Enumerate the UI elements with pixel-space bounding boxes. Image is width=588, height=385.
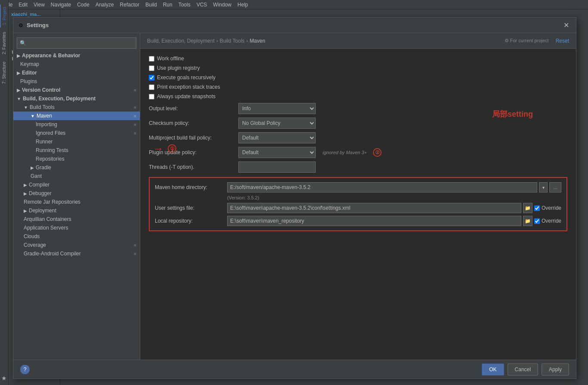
nav-gradle-android[interactable]: Gradle-Android Compiler ≡ [13,249,140,258]
nav-badge: ≡ [134,131,136,136]
menu-help[interactable]: Help [235,1,251,9]
nav-compiler[interactable]: ▶ Compiler [13,180,140,189]
always-update-label: Always update snapshots [157,93,215,99]
maven-version-text: (Version: 3.5.2) [227,195,561,200]
nav-coverage[interactable]: Coverage ≡ [13,241,140,249]
nav-keymap[interactable]: Keymap [13,60,140,68]
favorites-star[interactable]: ★ [1,375,7,385]
dialog-icon: ⚙ [18,22,23,28]
user-settings-label: User settings file: [155,205,224,211]
nav-maven[interactable]: ▼ Maven ≡ [13,112,140,120]
maven-home-browse[interactable]: ... [549,182,561,192]
output-level-label: Output level: [149,106,235,112]
checksum-policy-select[interactable]: No Global Policy Strict Lax [238,118,316,129]
local-repo-override-checkbox[interactable] [534,218,540,224]
user-settings-input-wrapper: 📁 Override [227,203,561,213]
nav-clouds[interactable]: Clouds [13,232,140,241]
local-repo-browse[interactable]: 📁 [523,216,533,226]
form-multiproject-policy: Multiproject build fail policy: Default … [149,132,567,143]
menu-build[interactable]: Build [143,1,160,9]
nav-vcs[interactable]: ▶ Version Control ≡ [13,86,140,94]
menu-tools[interactable]: Tools [176,1,193,9]
maven-config-section: Maven home directory: ▾ ... (Version: 3.… [149,177,567,231]
menu-code[interactable]: Code [74,1,92,9]
nav-build-exec[interactable]: ▼ Build, Execution, Deployment [13,94,140,103]
nav-gradle[interactable]: ▶ Gradle [13,163,140,172]
menu-bar: File Edit View Navigate Code Analyze Ref… [0,0,588,9]
help-button[interactable]: ? [20,365,30,374]
execute-goals-label: Execute goals recursively [157,75,215,81]
menu-analyze[interactable]: Analyze [93,1,117,9]
work-offline-checkbox[interactable] [149,56,154,62]
nav-build-tools[interactable]: ▼ Build Tools ≡ [13,103,140,112]
search-input[interactable] [20,40,133,46]
vtab-favorites[interactable]: 2: Favorites [0,29,8,57]
apply-button[interactable]: Apply [542,363,569,376]
menu-run[interactable]: Run [160,1,175,9]
checkbox-use-plugin-registry: Use plugin registry [149,65,567,71]
nav-deployment[interactable]: ▶ Deployment [13,206,140,215]
menu-window[interactable]: Window [210,1,234,9]
nav-badge: ≡ [134,251,136,256]
arrow-icon: ▶ [24,183,27,187]
main-area: 1: Project 2: Favorites 7: Structure ★ x… [0,9,588,385]
maven-home-row: Maven home directory: ▾ ... [155,182,561,192]
menu-edit[interactable]: Edit [16,1,30,9]
dialog-footer: ? OK Cancel Apply [13,360,576,379]
nav-gant[interactable]: Gant [13,172,140,180]
print-exception-checkbox[interactable] [149,84,154,90]
nav-ignored-files[interactable]: Ignored Files ≡ [13,129,140,137]
multiproject-policy-select[interactable]: Default Never At End At Failure Fail Fas… [238,132,316,143]
arrow-icon: ▼ [24,105,28,110]
search-box[interactable] [17,37,136,49]
breadcrumb-part-3: Maven [250,38,265,44]
threads-input[interactable] [238,161,316,173]
cn-annotation: 局部setting [492,109,533,119]
user-settings-override-checkbox[interactable] [534,205,540,211]
plugin-update-note: ignored by Maven 3+ [323,150,367,155]
user-settings-browse[interactable]: 📁 [523,203,533,213]
circle-1-annotation: ① [168,144,176,153]
user-settings-input[interactable] [227,203,521,213]
nav-debugger[interactable]: ▶ Debugger [13,189,140,198]
nav-runner[interactable]: Runner [13,137,140,146]
local-repo-input[interactable] [227,216,521,226]
local-repo-input-wrapper: 📁 Override [227,216,561,226]
nav-arquillian[interactable]: Arquillian Containers [13,215,140,224]
always-update-checkbox[interactable] [149,94,154,99]
menu-navigate[interactable]: Navigate [48,1,74,9]
menu-refactor[interactable]: Refactor [117,1,142,9]
reset-link[interactable]: Reset [556,38,569,44]
plugin-update-select[interactable]: Default Never Always Daily [238,147,316,158]
arrow-icon: ▶ [24,208,27,213]
output-level-select[interactable]: Info Debug Warning Error [238,103,316,114]
dialog-close-button[interactable]: ✕ [562,21,571,29]
form-plugin-update-policy: Plugin update policy: Default Never Alwa… [149,147,567,158]
nav-repositories[interactable]: Repositories [13,155,140,163]
nav-appearance[interactable]: ▶ Appearance & Behavior [13,51,140,60]
arrow-annotation-1: → ① [153,143,176,155]
nav-plugins[interactable]: Plugins [13,77,140,86]
menu-vcs[interactable]: VCS [194,1,210,9]
content-panel: Build, Execution, Deployment › Build Too… [140,33,576,360]
nav-remote-jar[interactable]: Remote Jar Repositories [13,198,140,206]
user-settings-override-label: Override [542,205,561,211]
print-exception-label: Print exception stack traces [157,84,220,90]
dialog-titlebar: ⚙ Settings ✕ [13,18,576,33]
local-repo-override: Override [534,218,561,224]
execute-goals-checkbox[interactable] [149,75,154,81]
maven-home-input[interactable] [227,182,537,192]
use-plugin-registry-checkbox[interactable] [149,65,154,71]
vtab-structure[interactable]: 7: Structure [0,59,8,87]
nav-running-tests[interactable]: Running Tests [13,146,140,155]
nav-editor[interactable]: ▶ Editor [13,68,140,77]
nav-app-servers[interactable]: Application Servers [13,224,140,232]
menu-view[interactable]: View [31,1,47,9]
checkbox-execute-goals: Execute goals recursively [149,75,567,81]
vtab-project[interactable]: 1: Project [0,9,8,28]
nav-badge: ≡ [134,88,136,93]
maven-home-dropdown[interactable]: ▾ [539,182,548,192]
cancel-button[interactable]: Cancel [508,363,538,376]
nav-importing[interactable]: Importing ≡ [13,120,140,129]
ok-button[interactable]: OK [482,363,504,376]
